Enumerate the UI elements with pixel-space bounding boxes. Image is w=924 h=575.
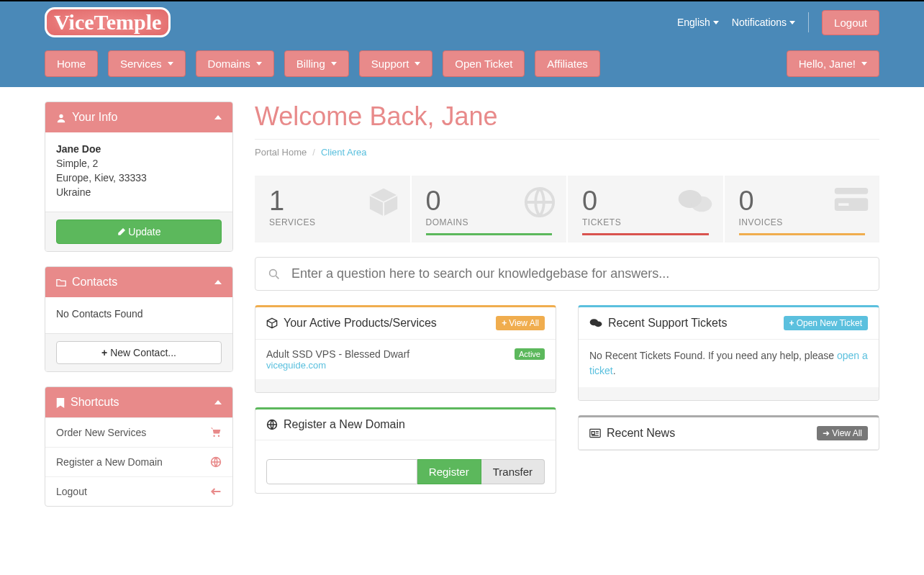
svg-rect-9	[838, 203, 848, 206]
user-name: Jane Doe	[56, 143, 101, 155]
nav-services[interactable]: Services	[108, 50, 186, 77]
view-all-news[interactable]: ➜ View All	[817, 426, 868, 440]
nav-affiliates[interactable]: Affiliates	[535, 50, 599, 77]
your-info-header[interactable]: Your Info	[45, 102, 232, 132]
svg-point-13	[594, 321, 602, 327]
product-domain[interactable]: viceguide.com	[266, 360, 409, 371]
nav-open-ticket[interactable]: Open Ticket	[443, 50, 525, 77]
nav-home[interactable]: Home	[45, 50, 98, 77]
contacts-empty: No Contacts Found	[56, 308, 222, 320]
transfer-button[interactable]: Transfer	[481, 459, 545, 484]
view-all-products[interactable]: + View All	[496, 316, 545, 330]
card-footer	[579, 387, 879, 400]
globe-icon	[266, 419, 278, 430]
shortcut-register-domain[interactable]: Register a New Domain	[45, 447, 232, 476]
stat-domains[interactable]: 0 DOMAINS	[412, 176, 567, 243]
contacts-header[interactable]: Contacts	[45, 267, 232, 297]
kb-search-input[interactable]	[291, 266, 866, 281]
stat-invoices[interactable]: 0 INVOICES	[725, 176, 880, 243]
chevron-up-icon	[214, 400, 222, 404]
news-icon	[589, 428, 601, 438]
globe-icon	[523, 186, 556, 219]
svg-point-10	[270, 269, 277, 276]
chat-icon	[677, 186, 713, 217]
svg-point-6	[691, 196, 712, 212]
notifications-menu[interactable]: Notifications	[732, 17, 795, 28]
nav-domains[interactable]: Domains	[196, 50, 274, 77]
shortcut-order-services[interactable]: Order New Services	[45, 417, 232, 447]
products-title: Your Active Products/Services	[284, 317, 437, 330]
register-button[interactable]: Register	[417, 459, 481, 484]
crumb-current: Client Area	[321, 147, 367, 158]
box-icon	[367, 186, 400, 219]
nav-user-menu[interactable]: Hello, Jane!	[787, 50, 879, 77]
arrow-left-icon	[210, 486, 222, 497]
bookmark-icon	[56, 398, 65, 408]
stat-tickets[interactable]: 0 TICKETS	[568, 176, 723, 243]
user-icon	[56, 113, 66, 123]
svg-point-2	[218, 435, 219, 437]
domain-input[interactable]	[266, 459, 417, 484]
stat-services[interactable]: 1 SERVICES	[255, 176, 410, 243]
pencil-icon	[117, 228, 125, 237]
tickets-empty: No Recent Tickets Found. If you need any…	[589, 348, 868, 379]
status-badge: Active	[515, 348, 545, 360]
logout-button[interactable]: Logout	[822, 10, 879, 35]
chevron-up-icon	[214, 280, 222, 284]
page-title: Welcome Back, Jane	[255, 101, 879, 132]
breadcrumb: Portal Home/Client Area	[255, 147, 879, 158]
user-address-2: Europe, Kiev, 33333	[56, 172, 222, 184]
shortcut-logout[interactable]: Logout	[45, 476, 232, 506]
brand-logo[interactable]: ViceTemple	[45, 7, 171, 37]
card-icon	[833, 186, 869, 213]
shortcuts-header[interactable]: Shortcuts	[45, 387, 232, 417]
nav-billing[interactable]: Billing	[284, 50, 349, 77]
cart-icon	[210, 427, 222, 438]
user-country: Ukraine	[56, 186, 222, 198]
new-contact-button[interactable]: + New Contact...	[56, 341, 222, 364]
product-name: Adult SSD VPS - Blessed Dwarf	[266, 348, 409, 360]
divider	[808, 12, 809, 32]
nav-support[interactable]: Support	[359, 50, 433, 77]
folder-icon	[56, 278, 66, 288]
box-icon	[266, 317, 278, 329]
crumb-portal-home[interactable]: Portal Home	[255, 147, 307, 158]
chat-icon	[589, 317, 602, 329]
card-footer	[255, 379, 556, 392]
svg-point-1	[213, 435, 214, 437]
divider	[255, 139, 879, 140]
update-button[interactable]: Update	[56, 219, 222, 244]
chevron-up-icon	[214, 115, 222, 119]
language-menu[interactable]: English	[677, 17, 719, 28]
svg-point-0	[59, 114, 63, 118]
register-domain-title: Register a New Domain	[284, 418, 405, 431]
search-icon	[268, 268, 280, 280]
tickets-title: Recent Support Tickets	[608, 317, 727, 330]
open-new-ticket[interactable]: + Open New Ticket	[784, 316, 868, 330]
user-address-1: Simple, 2	[56, 158, 222, 169]
product-row[interactable]: Adult SSD VPS - Blessed Dwarf viceguide.…	[266, 348, 545, 371]
svg-rect-7	[835, 188, 868, 194]
news-title: Recent News	[607, 427, 675, 440]
globe-icon	[210, 456, 222, 468]
